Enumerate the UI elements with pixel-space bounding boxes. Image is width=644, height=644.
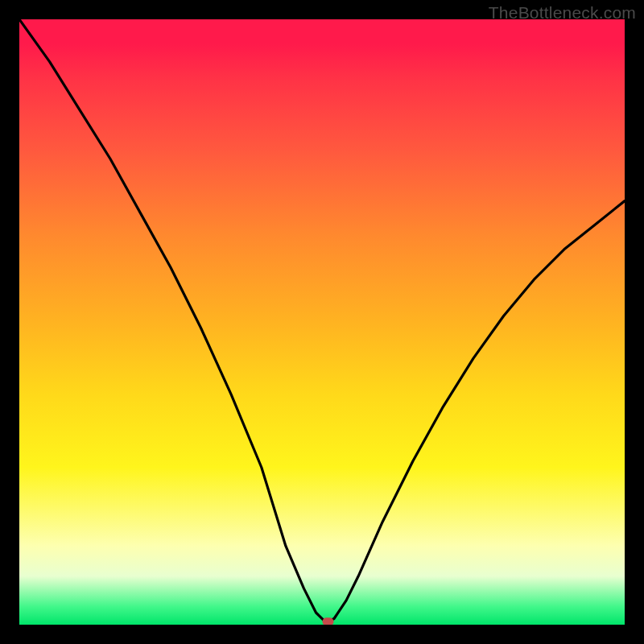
optimum-marker <box>323 617 334 625</box>
bottleneck-curve-svg <box>19 19 625 625</box>
plot-area <box>19 19 625 625</box>
chart-frame: TheBottleneck.com <box>0 0 644 644</box>
watermark-text: TheBottleneck.com <box>489 3 636 23</box>
bottleneck-curve <box>19 19 625 621</box>
